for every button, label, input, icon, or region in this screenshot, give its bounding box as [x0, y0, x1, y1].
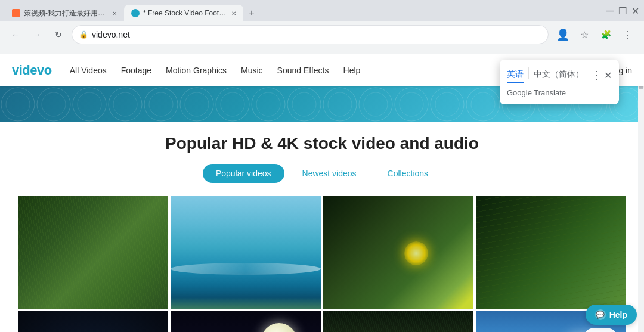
back-button[interactable]: ← [7, 26, 24, 43]
nav-sound-effects[interactable]: Sound Effects [277, 66, 329, 75]
site-logo[interactable]: videvo [12, 63, 52, 78]
video-cell-2[interactable] [171, 196, 321, 309]
translate-popup-icons: ⋮ ✕ [591, 70, 612, 81]
nav-links: All Videos Footage Motion Graphics Music… [70, 66, 361, 75]
translate-close-button[interactable]: ✕ [604, 70, 612, 81]
address-text: videvo.net [92, 30, 541, 39]
video-cell-3[interactable] [323, 196, 473, 309]
address-bar[interactable]: 🔒 videvo.net [72, 25, 549, 44]
translate-lang-divider [528, 67, 529, 79]
video-cell-4[interactable] [476, 196, 626, 309]
tab-1-title: 策视频-我力打造最好用的视频库 [24, 8, 109, 18]
nav-help[interactable]: Help [343, 66, 361, 75]
menu-button[interactable]: ⋮ [618, 25, 637, 44]
browser-chrome: 策视频-我力打造最好用的视频库 ✕ * Free Stock Video Foo… [0, 0, 644, 54]
translate-popup: 英语 中文（简体） ⋮ ✕ Google Translate [500, 60, 619, 104]
scrollbar[interactable] [638, 54, 644, 332]
tab-strip: 策视频-我力打造最好用的视频库 ✕ * Free Stock Video Foo… [5, 0, 260, 21]
tab-collections[interactable]: Collections [374, 164, 441, 183]
video-grid: 10 Long Shot Of Tiny Plant In Rain Storm… [18, 196, 626, 332]
nav-music[interactable]: Music [241, 66, 263, 75]
minimize-button[interactable]: ─ [606, 5, 614, 17]
new-tab-button[interactable]: + [243, 5, 260, 21]
tab-1-favicon [12, 9, 20, 17]
translate-langs: 英语 中文（简体） [507, 67, 584, 83]
restore-button[interactable]: ❐ [618, 5, 627, 17]
translate-lang-zh[interactable]: 中文（简体） [534, 67, 584, 83]
countdown-overlay: 10 [18, 311, 168, 332]
tab-2-title: * Free Stock Video Footage HD... [143, 9, 228, 17]
close-button[interactable]: ✕ [631, 5, 639, 17]
page-heading: Popular HD & 4K stock video and audio [18, 134, 626, 153]
tab-2[interactable]: * Free Stock Video Footage HD... ✕ [124, 5, 243, 21]
tab-2-close[interactable]: ✕ [231, 10, 236, 17]
lock-icon: 🔒 [79, 30, 88, 39]
tab-2-favicon [131, 9, 140, 17]
nav-footage[interactable]: Footage [121, 66, 151, 75]
tab-1-close[interactable]: ✕ [112, 10, 117, 17]
nav-all-videos[interactable]: All Videos [70, 66, 107, 75]
content-tabs: Popular videos Newest videos Collections [18, 164, 626, 183]
extensions-button[interactable]: 🧩 [596, 25, 615, 44]
toolbar-actions: 👤 ☆ 🧩 ⋮ [553, 25, 637, 44]
site-content: 英语 中文（简体） ⋮ ✕ Google Translate videvo Al… [0, 54, 644, 332]
profile-button[interactable]: 👤 [553, 25, 572, 44]
toolbar: ← → ↻ 🔒 videvo.net 👤 ☆ 🧩 ⋮ [0, 21, 644, 48]
main-content: Popular HD & 4K stock video and audio Po… [0, 122, 644, 332]
forward-button[interactable]: → [29, 26, 45, 43]
translate-more-button[interactable]: ⋮ [591, 70, 602, 80]
help-button-label: Help [609, 310, 627, 319]
video-cell-6[interactable] [171, 311, 321, 332]
star-button[interactable]: ☆ [575, 25, 594, 44]
tab-newest-videos[interactable]: Newest videos [289, 164, 370, 183]
translate-lang-en[interactable]: 英语 [507, 67, 524, 83]
video-cell-1[interactable] [18, 196, 168, 309]
translate-service-label: Google Translate [507, 88, 612, 97]
help-icon: 💬 [595, 309, 606, 320]
video-cell-7[interactable]: Long Shot Of Tiny Plant In Rain Storm By… [323, 311, 473, 332]
help-button[interactable]: 💬 Help [586, 305, 637, 325]
tab-1[interactable]: 策视频-我力打造最好用的视频库 ✕ [5, 5, 124, 21]
window-controls: ─ ❐ ✕ [606, 5, 639, 17]
translate-popup-header: 英语 中文（简体） ⋮ ✕ [507, 67, 612, 83]
tab-popular-videos[interactable]: Popular videos [203, 164, 284, 183]
refresh-button[interactable]: ↻ [50, 26, 67, 43]
nav-motion-graphics[interactable]: Motion Graphics [166, 66, 227, 75]
title-bar: 策视频-我力打造最好用的视频库 ✕ * Free Stock Video Foo… [0, 0, 644, 21]
video-cell-5[interactable]: 10 [18, 311, 168, 332]
